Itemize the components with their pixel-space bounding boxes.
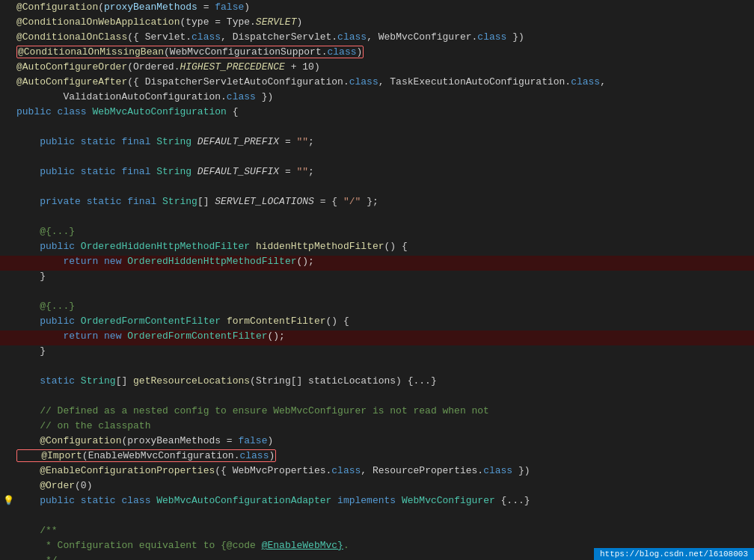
code-line: @AutoConfigureAfter({ DispatcherServletA…: [0, 76, 754, 91]
line-code: public static class WebMvcAutoConfigurat…: [13, 495, 748, 506]
code-line: @Order(0): [0, 480, 754, 495]
code-line: [0, 151, 754, 166]
line-code: }: [13, 345, 748, 357]
code-content: @Configuration(proxyBeanMethods = false)…: [0, 0, 754, 560]
line-code: @ConditionalOnWebApplication(type = Type…: [13, 16, 748, 28]
line-code: @Configuration(proxyBeanMethods = false): [13, 1, 748, 13]
line-code: [13, 286, 748, 297]
line-code: /**: [13, 525, 748, 536]
line-code: @Import(EnableWebMvcConfiguration.class): [13, 450, 748, 461]
code-line: @EnableConfigurationProperties({ WebMvcP…: [0, 465, 754, 480]
code-editor: @Configuration(proxyBeanMethods = false)…: [0, 0, 754, 560]
code-line: @ConditionalOnWebApplication(type = Type…: [0, 16, 754, 31]
line-code: // Defined as a nested config to ensure …: [13, 405, 748, 416]
line-code: @Order(0): [13, 480, 748, 491]
line-code: @{...}: [13, 301, 748, 312]
code-line: @{...}: [0, 226, 754, 241]
code-line: @ConditionalOnMissingBean(WebMvcConfigur…: [0, 46, 754, 61]
code-line: }: [0, 271, 754, 286]
line-code: [13, 121, 748, 132]
status-url: https://blog.csdn.net/l6108003: [600, 550, 748, 559]
line-code: @Configuration(proxyBeanMethods = false): [13, 435, 748, 446]
code-line: @ConditionalOnClass({ Servlet.class, Dis…: [0, 31, 754, 46]
line-code: [13, 181, 748, 192]
line-code: return new OrderedFormContentFilter();: [13, 330, 748, 342]
code-line: [0, 121, 754, 136]
line-code: [13, 211, 748, 222]
line-code: public static final String DEFAULT_SUFFI…: [13, 166, 748, 177]
code-line: // on the classpath: [0, 420, 754, 435]
code-line: }: [0, 345, 754, 360]
line-code: public static final String DEFAULT_PREFI…: [13, 136, 748, 147]
line-code: return new OrderedHiddenHttpMethodFilter…: [13, 256, 748, 267]
code-line: public OrderedFormContentFilter formCont…: [0, 316, 754, 330]
code-line: @{...}: [0, 301, 754, 316]
code-line: public static final String DEFAULT_PREFI…: [0, 136, 754, 151]
line-code: [13, 390, 748, 401]
line-code: }: [13, 271, 748, 282]
code-line: /**: [0, 525, 754, 540]
bulb-icon[interactable]: 💡: [3, 495, 13, 506]
line-code: @{...}: [13, 226, 748, 237]
code-line: [0, 510, 754, 525]
line-code: [13, 360, 748, 372]
line-code: // on the classpath: [13, 420, 748, 431]
code-line: return new OrderedFormContentFilter();: [0, 330, 754, 345]
status-bar: https://blog.csdn.net/l6108003: [594, 548, 754, 560]
line-code: private static final String[] SERVLET_LO…: [13, 196, 748, 207]
code-line: // Defined as a nested config to ensure …: [0, 405, 754, 420]
line-code: public OrderedFormContentFilter formCont…: [13, 316, 748, 327]
code-line: public class WebMvcAutoConfiguration {: [0, 106, 754, 121]
code-line: @Import(EnableWebMvcConfiguration.class): [0, 450, 754, 465]
line-code: static String[] getResourceLocations(Str…: [13, 375, 748, 387]
code-line: [0, 211, 754, 226]
code-line: @Configuration(proxyBeanMethods = false): [0, 1, 754, 16]
code-line: [0, 360, 754, 375]
line-code: ValidationAutoConfiguration.class }): [13, 91, 748, 102]
line-code: public OrderedHiddenHttpMethodFilter hid…: [13, 241, 748, 252]
code-line: ValidationAutoConfiguration.class }): [0, 91, 754, 106]
line-code: @ConditionalOnClass({ Servlet.class, Dis…: [13, 31, 748, 43]
code-line: return new OrderedHiddenHttpMethodFilter…: [0, 256, 754, 271]
code-line: 💡 public static class WebMvcAutoConfigur…: [0, 495, 754, 510]
line-code: public class WebMvcAutoConfiguration {: [13, 106, 748, 117]
code-line: @Configuration(proxyBeanMethods = false): [0, 435, 754, 450]
code-line: private static final String[] SERVLET_LO…: [0, 196, 754, 211]
line-code: [13, 151, 748, 162]
code-line: public OrderedHiddenHttpMethodFilter hid…: [0, 241, 754, 256]
line-code: @ConditionalOnMissingBean(WebMvcConfigur…: [13, 46, 748, 58]
line-code: @AutoConfigureOrder(Ordered.HIGHEST_PREC…: [13, 61, 748, 73]
code-line: [0, 286, 754, 301]
code-line: @AutoConfigureOrder(Ordered.HIGHEST_PREC…: [0, 61, 754, 76]
line-code: @EnableConfigurationProperties({ WebMvcP…: [13, 465, 748, 476]
code-line: [0, 390, 754, 405]
code-line: [0, 181, 754, 196]
line-code: @AutoConfigureAfter({ DispatcherServletA…: [13, 76, 748, 87]
line-code: [13, 510, 748, 521]
code-line: public static final String DEFAULT_SUFFI…: [0, 166, 754, 181]
code-line: static String[] getResourceLocations(Str…: [0, 375, 754, 390]
